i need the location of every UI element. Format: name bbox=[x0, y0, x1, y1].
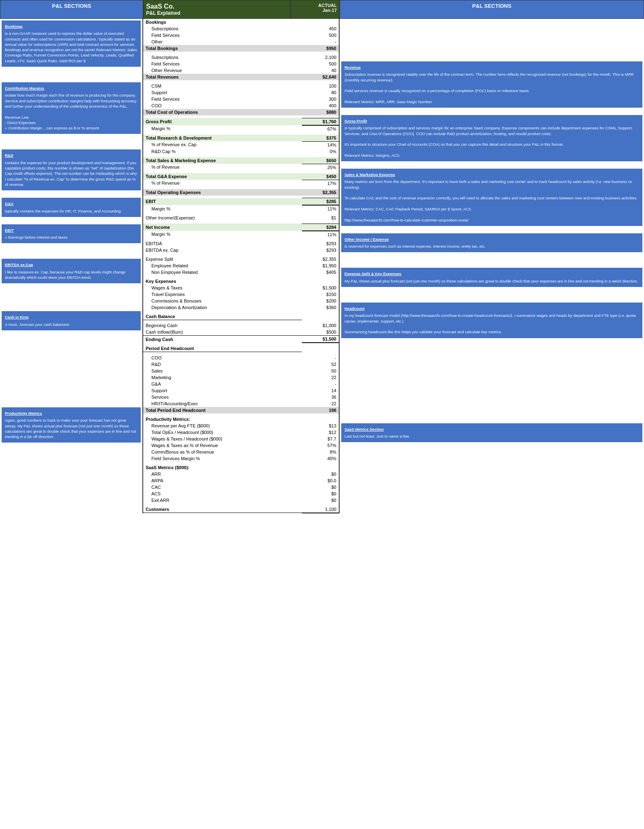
expense-split-row: Expense Split $2,355 bbox=[143, 256, 339, 262]
header-actual: ACTUAL Jan-17 bbox=[290, 0, 340, 19]
total-coo-value: $880 bbox=[302, 109, 339, 115]
csm-label: CSM bbox=[143, 83, 302, 89]
ebit-margin-value: 11% bbox=[302, 205, 339, 212]
rd-hc-row: R&D 52 bbox=[143, 361, 339, 368]
coo-label: COO bbox=[143, 102, 302, 109]
headcount-label: Period End Headcount bbox=[143, 345, 302, 352]
csm-row: CSM 100 bbox=[143, 83, 339, 89]
revenue-info-box: Revenue Subscription revenue is recogniz… bbox=[341, 61, 642, 108]
csm-value: 100 bbox=[302, 83, 339, 89]
subscriptions-bookings-label: Subscriptions bbox=[143, 25, 302, 32]
support-value: 80 bbox=[302, 89, 339, 96]
commissions-bonuses-value: $200 bbox=[302, 298, 339, 304]
productivity-info-box: Productivity Metrics Again, good numbers… bbox=[2, 407, 141, 443]
gross-profit-label: Gross Profit bbox=[143, 118, 302, 125]
support-label: Support bbox=[143, 89, 302, 96]
field-services-bookings-label: Field Services bbox=[143, 32, 302, 38]
field-services-bookings-value: 500 bbox=[302, 32, 339, 38]
ebitda-label: EBITDA bbox=[143, 240, 302, 247]
other-income-right-body: is reserved for expenses such as interes… bbox=[345, 244, 639, 249]
comm-bonus-row: Comm/Bonus as % of Revenue 8% bbox=[143, 449, 339, 455]
saas-metrics-header: SaaS Metrics ($000): bbox=[143, 464, 339, 471]
center-column: Bookings Subscriptions 450 Field Service… bbox=[143, 19, 340, 513]
ga-hc-label: G&A bbox=[143, 381, 302, 387]
coo-row: COO 400 bbox=[143, 102, 339, 109]
gross-profit-info-box: Gross Profit is typically comprised of s… bbox=[341, 115, 642, 161]
sales-hc-value: 50 bbox=[302, 368, 339, 374]
ga-total-label: Total G&A Expense bbox=[143, 173, 302, 180]
coo-hc-row: COO - bbox=[143, 355, 339, 361]
depreciation-row: Depreciation & Amortization $360 bbox=[143, 304, 339, 311]
hr-hc-label: HR/IT/Accounting/Exec bbox=[143, 400, 302, 407]
expense-split-right-body: My P&L shows actual plus forecast (not j… bbox=[345, 278, 639, 284]
other-income-label: Other Income/(Expense) bbox=[143, 215, 302, 221]
travel-expenses-label: Travel Expenses bbox=[143, 291, 302, 298]
ebitda-excap-label: EBITDA ex. Cap bbox=[143, 247, 302, 253]
subscriptions-bookings-row: Subscriptions 450 bbox=[143, 25, 339, 32]
sm-revenue-pct-label: % of Revenue bbox=[143, 164, 302, 171]
bookings-title: Bookings bbox=[5, 24, 23, 29]
field-services-revenue-row: Field Services 500 bbox=[143, 61, 339, 67]
header-row: P&L SECTIONS SaaS Co. P&L Explained ACTU… bbox=[0, 0, 644, 19]
field-services-coo-value: 300 bbox=[302, 96, 339, 102]
field-margin-value: 40% bbox=[302, 455, 339, 462]
total-revenues-row: Total Revenues $2,640 bbox=[143, 74, 339, 80]
services-hc-label: Services bbox=[143, 394, 302, 400]
coo-value: 400 bbox=[302, 102, 339, 109]
ending-cash-value: $1,500 bbox=[302, 336, 339, 343]
rd-cap-value: 0% bbox=[302, 148, 339, 155]
arpa-row: ARPA $0.0 bbox=[143, 477, 339, 484]
employee-related-label: Employee Related bbox=[143, 262, 302, 269]
cash-king-title: Cash is King bbox=[5, 315, 29, 319]
arr-label: ARR bbox=[143, 471, 302, 477]
company-name: SaaS Co. bbox=[146, 3, 288, 10]
wages-taxes-row: Wages & Taxes $1,500 bbox=[143, 285, 339, 291]
productivity-title: Productivity Metrics bbox=[5, 411, 42, 416]
ebit-info-box: EBIT = Earnings before interest and taxe… bbox=[2, 224, 141, 244]
bookings-header: Bookings bbox=[143, 19, 339, 25]
acs-row: ACS $0 bbox=[143, 490, 339, 497]
services-hc-row: Services 36 bbox=[143, 394, 339, 400]
sm-revenue-pct-row: % of Revenue 25% bbox=[143, 164, 339, 171]
ga-title: G&A bbox=[5, 201, 14, 206]
ga-total-row: Total G&A Expense $450 bbox=[143, 173, 339, 180]
gross-profit-margin-label: Margin % bbox=[143, 125, 302, 132]
total-opex-value: $2,355 bbox=[302, 189, 339, 196]
ebitda-excap-value: $293 bbox=[302, 247, 339, 253]
marketing-hc-row: Marketing 22 bbox=[143, 374, 339, 381]
total-hc-row: Total Period End Headcount 196 bbox=[143, 407, 339, 413]
ebitda-value: $293 bbox=[302, 240, 339, 247]
other-bookings-label: Other bbox=[143, 38, 302, 45]
total-hc-value: 196 bbox=[302, 407, 339, 413]
net-income-margin-value: 11% bbox=[302, 231, 339, 238]
saas-metrics-label: SaaS Metrics ($000): bbox=[143, 464, 302, 471]
total-hc-label: Total Period End Headcount bbox=[143, 407, 302, 413]
ebitda-body: I like to measure ex. Cap, because your … bbox=[5, 269, 137, 280]
ga-revenue-pct-value: 17% bbox=[302, 180, 339, 187]
sales-hc-row: Sales 50 bbox=[143, 368, 339, 374]
wages-taxes-label: Wages & Taxes bbox=[143, 285, 302, 291]
sales-marketing-right-body: Many metrics are born from this departme… bbox=[345, 179, 639, 222]
field-services-revenue-value: 500 bbox=[302, 61, 339, 67]
comm-bonus-value: 8% bbox=[302, 449, 339, 455]
non-employee-related-row: Non Employee Related $405 bbox=[143, 269, 339, 276]
total-opex-hc-value: $12 bbox=[302, 429, 339, 436]
ga-revenue-pct-row: % of Revenue 17% bbox=[143, 180, 339, 187]
support-hc-value: 14 bbox=[302, 387, 339, 394]
rd-total-row: Total Research & Development $375 bbox=[143, 135, 339, 142]
ga-revenue-pct-label: % of Revenue bbox=[143, 180, 302, 187]
contribution-margin-title: Contribution Margins bbox=[5, 86, 44, 90]
left-column: Bookings is a non-GAAP measure used to e… bbox=[0, 19, 143, 513]
gross-profit-right-body: is typically comprised of subscription a… bbox=[345, 125, 639, 158]
exit-arr-row: Exit ARR $0 bbox=[143, 497, 339, 504]
header-right-title: P&L SECTIONS bbox=[340, 0, 644, 19]
actual-date: Jan-17 bbox=[293, 8, 337, 13]
total-coo-row: Total Cost of Operations $880 bbox=[143, 109, 339, 115]
header-center: SaaS Co. P&L Explained bbox=[143, 0, 290, 19]
customers-label: Customers bbox=[143, 506, 302, 513]
net-income-value: $284 bbox=[302, 224, 339, 231]
total-opex-row: Total Operating Expenses $2,355 bbox=[143, 189, 339, 196]
bookings-body: is a non-GAAP measure used to express th… bbox=[5, 31, 137, 63]
wages-revenue-pct-row: Wages & Taxes as % of Revenue 57% bbox=[143, 442, 339, 449]
headcount-info-box: Headcount In my headcount forecast model… bbox=[341, 303, 642, 338]
